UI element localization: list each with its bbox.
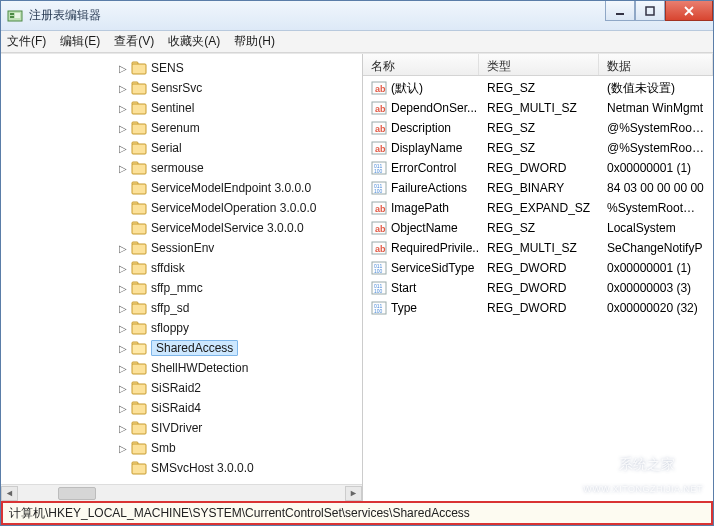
value-type: REG_DWORD: [479, 161, 599, 175]
tree-item[interactable]: ▷SMSvcHost 3.0.0.0: [21, 458, 362, 478]
expand-toggle-icon[interactable]: ▷: [117, 63, 129, 74]
tree-item[interactable]: ▷Sentinel: [21, 98, 362, 118]
expand-toggle-icon[interactable]: ▷: [117, 163, 129, 174]
tree-item[interactable]: ▷sermouse: [21, 158, 362, 178]
menu-edit[interactable]: 编辑(E): [60, 33, 100, 50]
expand-toggle-icon[interactable]: ▷: [117, 143, 129, 154]
tree-item[interactable]: ▷ServiceModelOperation 3.0.0.0: [21, 198, 362, 218]
expand-toggle-icon[interactable]: ▷: [117, 423, 129, 434]
value-type: REG_DWORD: [479, 281, 599, 295]
tree-item[interactable]: ▷sffp_mmc: [21, 278, 362, 298]
svg-rect-1: [10, 13, 14, 15]
tree-item[interactable]: ▷ShellHWDetection: [21, 358, 362, 378]
expand-toggle-icon[interactable]: ▷: [117, 323, 129, 334]
value-data: 0x00000003 (3): [599, 281, 713, 295]
svg-rect-15: [132, 144, 146, 154]
tree-item[interactable]: ▷ServiceModelEndpoint 3.0.0.0: [21, 178, 362, 198]
expand-toggle-icon[interactable]: ▷: [117, 263, 129, 274]
value-row[interactable]: ab(默认)REG_SZ(数值未设置): [363, 78, 713, 98]
expand-toggle-icon[interactable]: ▷: [117, 103, 129, 114]
scroll-thumb[interactable]: [58, 487, 96, 500]
value-name: RequiredPrivile...: [391, 241, 479, 255]
value-row[interactable]: abDependOnSer...REG_MULTI_SZNetman WinMg…: [363, 98, 713, 118]
expand-toggle-icon[interactable]: ▷: [117, 383, 129, 394]
value-row[interactable]: abDescriptionREG_SZ@%SystemRoot%: [363, 118, 713, 138]
tree-item[interactable]: ▷SensrSvc: [21, 78, 362, 98]
column-header-type[interactable]: 类型: [479, 54, 599, 75]
tree-item[interactable]: ▷Serial: [21, 138, 362, 158]
tree-item-label: sffp_mmc: [151, 281, 203, 295]
expand-toggle-icon[interactable]: ▷: [117, 123, 129, 134]
svg-rect-3: [15, 13, 20, 18]
scroll-track[interactable]: [18, 486, 345, 501]
menu-view[interactable]: 查看(V): [114, 33, 154, 50]
svg-rect-23: [132, 224, 146, 234]
value-row[interactable]: 011100TypeREG_DWORD0x00000020 (32): [363, 298, 713, 318]
tree-item[interactable]: ▷SENS: [21, 58, 362, 78]
expand-toggle-icon[interactable]: ▷: [117, 303, 129, 314]
svg-text:ab: ab: [375, 124, 386, 134]
tree-item-label: SiSRaid2: [151, 381, 201, 395]
column-header-data[interactable]: 数据: [599, 54, 713, 75]
binary-value-icon: 011100: [371, 280, 387, 296]
value-row[interactable]: abImagePathREG_EXPAND_SZ%SystemRoot%\S: [363, 198, 713, 218]
window-title: 注册表编辑器: [29, 7, 101, 24]
tree-item[interactable]: ▷Smb: [21, 438, 362, 458]
menu-file[interactable]: 文件(F): [7, 33, 46, 50]
tree-item[interactable]: ▷ServiceModelService 3.0.0.0: [21, 218, 362, 238]
expand-toggle-icon[interactable]: ▷: [117, 343, 129, 354]
tree-item[interactable]: ▷sffp_sd: [21, 298, 362, 318]
tree-item[interactable]: ▷SIVDriver: [21, 418, 362, 438]
value-row[interactable]: 011100StartREG_DWORD0x00000003 (3): [363, 278, 713, 298]
svg-text:ab: ab: [375, 144, 386, 154]
value-row[interactable]: abDisplayNameREG_SZ@%SystemRoot%: [363, 138, 713, 158]
folder-icon: [131, 441, 147, 455]
scroll-left-arrow-icon[interactable]: ◄: [1, 486, 18, 501]
tree-item[interactable]: ▷SharedAccess: [21, 338, 362, 358]
tree-pane[interactable]: ▷SENS▷SensrSvc▷Sentinel▷Serenum▷Serial▷s…: [1, 54, 363, 501]
value-row[interactable]: 011100ServiceSidTypeREG_DWORD0x00000001 …: [363, 258, 713, 278]
value-type: REG_SZ: [479, 141, 599, 155]
menu-help[interactable]: 帮助(H): [234, 33, 275, 50]
close-button[interactable]: [665, 1, 713, 21]
expand-toggle-icon[interactable]: ▷: [117, 83, 129, 94]
menu-favorites[interactable]: 收藏夹(A): [168, 33, 220, 50]
tree-item[interactable]: ▷sfloppy: [21, 318, 362, 338]
maximize-button[interactable]: [635, 1, 665, 21]
expand-toggle-icon[interactable]: ▷: [117, 443, 129, 454]
tree-item-label: SiSRaid4: [151, 401, 201, 415]
value-name: ObjectName: [391, 221, 458, 235]
tree-item-label: sffdisk: [151, 261, 185, 275]
content-area: ▷SENS▷SensrSvc▷Sentinel▷Serenum▷Serial▷s…: [1, 53, 713, 501]
column-header-name[interactable]: 名称: [363, 54, 479, 75]
tree-item[interactable]: ▷SiSRaid4: [21, 398, 362, 418]
value-data: Netman WinMgmt: [599, 101, 713, 115]
value-row[interactable]: 011100FailureActionsREG_BINARY84 03 00 0…: [363, 178, 713, 198]
tree-item-label: Sentinel: [151, 101, 194, 115]
value-type: REG_DWORD: [479, 261, 599, 275]
value-data: @%SystemRoot%: [599, 121, 713, 135]
tree-item[interactable]: ▷SiSRaid2: [21, 378, 362, 398]
value-name: ErrorControl: [391, 161, 456, 175]
window-controls: [605, 1, 713, 21]
expand-toggle-icon[interactable]: ▷: [117, 243, 129, 254]
expand-toggle-icon[interactable]: ▷: [117, 403, 129, 414]
expand-toggle-icon[interactable]: ▷: [117, 283, 129, 294]
tree-item[interactable]: ▷SessionEnv: [21, 238, 362, 258]
values-pane[interactable]: 名称 类型 数据 ab(默认)REG_SZ(数值未设置)abDependOnSe…: [363, 54, 713, 501]
svg-rect-2: [10, 16, 14, 18]
tree-item[interactable]: ▷sffdisk: [21, 258, 362, 278]
value-row[interactable]: 011100ErrorControlREG_DWORD0x00000001 (1…: [363, 158, 713, 178]
scroll-right-arrow-icon[interactable]: ►: [345, 486, 362, 501]
tree-item[interactable]: ▷Serenum: [21, 118, 362, 138]
minimize-button[interactable]: [605, 1, 635, 21]
folder-icon: [131, 281, 147, 295]
value-row[interactable]: abRequiredPrivile...REG_MULTI_SZSeChange…: [363, 238, 713, 258]
value-type: REG_DWORD: [479, 301, 599, 315]
value-name: (默认): [391, 80, 423, 97]
expand-toggle-icon[interactable]: ▷: [117, 363, 129, 374]
folder-icon: [131, 261, 147, 275]
value-name: ServiceSidType: [391, 261, 474, 275]
tree-horizontal-scrollbar[interactable]: ◄ ►: [1, 484, 362, 501]
value-row[interactable]: abObjectNameREG_SZLocalSystem: [363, 218, 713, 238]
